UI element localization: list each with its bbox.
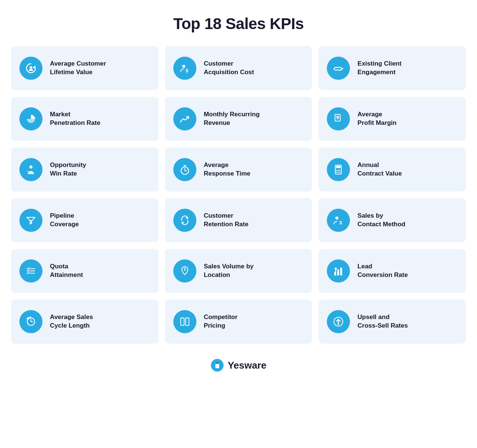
kpi-card-pipeline-coverage: $Pipeline Coverage (11, 198, 158, 242)
svg-point-21 (339, 172, 341, 173)
svg-rect-15 (336, 166, 341, 168)
svg-point-34 (335, 268, 337, 270)
kpi-label-lead-conversion-rate: Lead Conversion Rate (357, 262, 408, 280)
kpi-card-average-sales-cycle-length: Average Sales Cycle Length (11, 300, 158, 344)
kpi-label-quota-attainment: Quota Attainment (50, 262, 83, 280)
svg-point-8 (29, 165, 32, 168)
kpi-label-avg-customer-lifetime-value: Average Customer Lifetime Value (50, 60, 106, 77)
checklist-icon (19, 259, 42, 283)
columns-icon (173, 310, 196, 333)
svg-text:$: $ (184, 267, 186, 271)
svg-point-2 (182, 65, 185, 68)
location-dollar-icon: $ (173, 259, 196, 283)
kpi-label-annual-contract-value: Annual Contract Value (357, 161, 402, 178)
person-hand-icon (19, 158, 42, 181)
kpi-label-average-sales-cycle-length: Average Sales Cycle Length (50, 313, 93, 330)
kpi-label-monthly-recurring-revenue: Monthly Recurring Revenue (204, 110, 260, 127)
refresh-arrows-icon (173, 209, 196, 232)
svg-marker-0 (32, 65, 35, 68)
kpi-card-lead-conversion-rate: Lead Conversion Rate (319, 249, 466, 293)
svg-point-20 (338, 172, 339, 173)
kpi-card-market-penetration-rate: Market Penetration Rate (11, 97, 158, 141)
svg-point-16 (337, 170, 338, 171)
refresh-user-icon (19, 57, 42, 80)
filter-dollar-icon: $ (19, 209, 42, 232)
user-dollar-icon: $ (173, 57, 196, 80)
svg-rect-33 (340, 268, 342, 275)
trend-up-icon (173, 107, 196, 130)
svg-rect-32 (337, 269, 339, 275)
calculator-icon (327, 158, 350, 181)
kpi-label-sales-by-contact-method: Sales by Contact Method (357, 212, 405, 229)
kpi-card-avg-customer-lifetime-value: Average Customer Lifetime Value (11, 46, 158, 90)
kpi-label-average-response-time: Average Response Time (204, 161, 250, 178)
kpi-card-monthly-recurring-revenue: Monthly Recurring Revenue (165, 97, 312, 141)
kpi-card-sales-by-contact-method: $Sales by Contact Method (319, 198, 466, 242)
clock-refresh-icon (19, 310, 42, 333)
kpi-label-pipeline-coverage: Pipeline Coverage (50, 212, 79, 229)
pie-chart-icon (19, 107, 42, 130)
kpi-label-upsell-cross-sell-rates: Upsell and Cross-Sell Rates (357, 313, 408, 330)
kpi-card-customer-acquisition-cost: $Customer Acquisition Cost (165, 46, 312, 90)
kpi-label-customer-retention-rate: Customer Retention Rate (204, 212, 249, 229)
svg-text:$: $ (186, 68, 189, 73)
kpi-label-market-penetration-rate: Market Penetration Rate (50, 110, 100, 127)
svg-point-18 (339, 170, 341, 171)
footer: Yesware (211, 359, 266, 372)
kpi-label-customer-acquisition-cost: Customer Acquisition Cost (204, 60, 254, 77)
svg-point-17 (338, 170, 339, 171)
svg-rect-40 (181, 318, 184, 325)
kpi-label-sales-volume-by-location: Sales Volume by Location (204, 262, 254, 280)
kpi-card-average-response-time: Average Response Time (165, 148, 312, 192)
kpi-card-opportunity-win-rate: Opportunity Win Rate (11, 148, 158, 192)
yesware-logo-icon (211, 359, 224, 372)
svg-point-19 (337, 172, 338, 173)
svg-point-25 (335, 217, 338, 220)
kpi-label-competitor-pricing: Competitor Pricing (204, 313, 238, 330)
kpi-card-quota-attainment: Quota Attainment (11, 249, 158, 293)
kpi-card-upsell-cross-sell-rates: $Upsell and Cross-Sell Rates (319, 300, 466, 344)
person-dollar-icon: $ (327, 209, 350, 232)
stopwatch-icon (173, 158, 196, 181)
kpi-card-annual-contract-value: Annual Contract Value (319, 148, 466, 192)
kpi-grid: Average Customer Lifetime Value$Customer… (11, 46, 466, 344)
kpi-card-competitor-pricing: Competitor Pricing (165, 300, 312, 344)
kpi-card-average-profit-margin: $Average Profit Margin (319, 97, 466, 141)
kpi-card-customer-retention-rate: Customer Retention Rate (165, 198, 312, 242)
kpi-card-existing-client-engagement: Existing Client Engagement (319, 46, 466, 90)
kpi-card-sales-volume-by-location: $Sales Volume by Location (165, 249, 312, 293)
doc-dollar-icon: $ (327, 107, 350, 130)
brand-name: Yesware (228, 360, 266, 371)
handshake-icon (327, 57, 350, 80)
svg-rect-31 (334, 272, 336, 275)
svg-point-1 (30, 66, 32, 69)
kpi-label-average-profit-margin: Average Profit Margin (357, 110, 397, 127)
svg-text:$: $ (29, 220, 32, 224)
svg-text:$: $ (337, 322, 339, 326)
bar-person-icon (327, 259, 350, 283)
kpi-label-opportunity-win-rate: Opportunity Win Rate (50, 161, 86, 178)
svg-text:$: $ (339, 220, 342, 225)
page-title: Top 18 Sales KPIs (173, 15, 304, 33)
kpi-label-existing-client-engagement: Existing Client Engagement (357, 60, 401, 77)
svg-rect-41 (186, 318, 189, 325)
arrow-up-dollar-icon: $ (327, 310, 350, 333)
